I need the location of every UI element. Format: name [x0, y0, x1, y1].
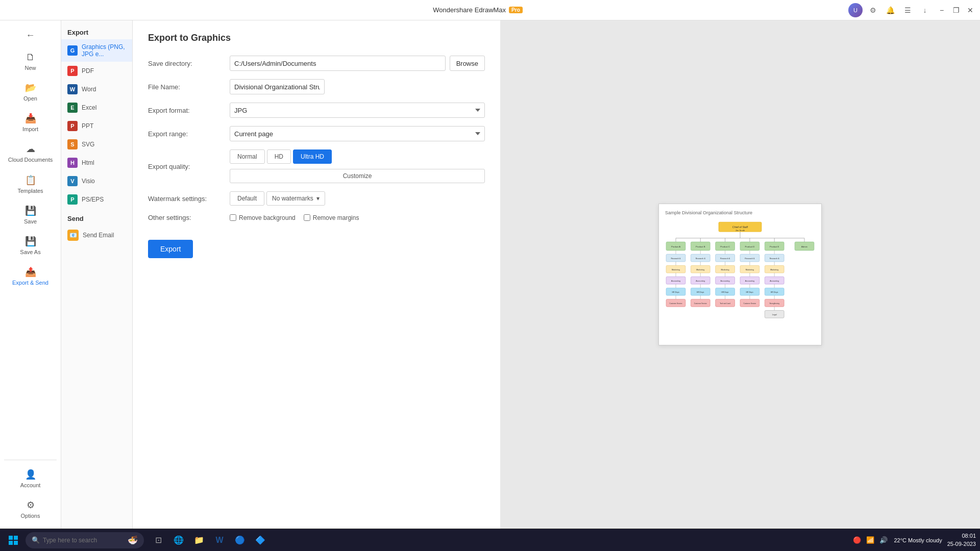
nav-item-cloud[interactable]: ☁ Cloud Documents — [3, 138, 58, 168]
sub-nav-html[interactable]: H Html — [61, 154, 132, 172]
nav-item-options[interactable]: ⚙ Options — [3, 494, 58, 524]
export-range-label: Export range: — [148, 130, 230, 138]
templates-icon: 📋 — [25, 174, 36, 186]
sub-nav-pseps[interactable]: P PS/EPS — [61, 190, 132, 209]
menu-icon[interactable]: ☰ — [900, 3, 915, 17]
taskbar-app-chrome[interactable]: 🔵 — [231, 531, 249, 549]
title-bar-right: U ⚙ 🔔 ☰ ↓ − ❐ ✕ — [848, 3, 975, 17]
pseps-label: PS/EPS — [82, 196, 104, 203]
taskbar: 🔍 🍜 ⊡ 🌐 📁 W 🔵 🔷 🔴 📶 🔊 22°C Mostly — [0, 529, 980, 551]
sub-nav-ppt[interactable]: P PPT — [61, 117, 132, 135]
ppt-label: PPT — [82, 122, 93, 130]
taskbar-app-word[interactable]: W — [210, 531, 229, 549]
restore-button[interactable]: ❐ — [951, 6, 961, 15]
excel-label: Excel — [82, 104, 96, 111]
nav-item-templates[interactable]: 📋 Templates — [3, 169, 58, 199]
quality-buttons-group: Normal HD Ultra HD — [230, 149, 485, 164]
save-directory-input[interactable] — [230, 56, 446, 71]
nav-label-templates: Templates — [17, 188, 43, 194]
remove-background-label: Remove background — [239, 214, 296, 221]
remove-margins-checkbox[interactable]: Remove margins — [304, 214, 359, 221]
weather-info: 22°C Mostly cloudy — [894, 537, 942, 543]
nav-item-save[interactable]: 💾 Save — [3, 200, 58, 230]
nav-label-options: Options — [21, 513, 40, 519]
back-icon: ← — [26, 30, 35, 41]
export-format-control: JPG PNG BMP GIF SVG — [230, 103, 485, 118]
nav-label-save: Save — [24, 218, 37, 224]
svg-rect-103 — [9, 541, 13, 545]
svg-text:Product C: Product C — [720, 245, 730, 248]
taskbar-app-edraw[interactable]: 🔷 — [251, 531, 270, 549]
svg-text:Chief of Staff: Chief of Staff — [732, 226, 748, 229]
export-quality-label: Export quality: — [148, 163, 230, 170]
remove-background-input[interactable] — [230, 214, 236, 221]
ppt-format-icon: P — [67, 121, 78, 131]
nav-item-open[interactable]: 📂 Open — [3, 77, 58, 107]
watermark-buttons-group: Default No watermarks ▾ — [230, 191, 485, 206]
visio-label: Visio — [82, 178, 95, 185]
excel-format-icon: E — [67, 103, 78, 113]
settings-icon[interactable]: ⚙ — [866, 3, 880, 17]
save-as-icon: 💾 — [25, 236, 36, 247]
export-send-icon: 📤 — [25, 266, 36, 278]
nav-item-import[interactable]: 📥 Import — [3, 108, 58, 137]
notification-area-icon[interactable]: 🔴 — [852, 535, 862, 545]
nav-label-new: New — [24, 65, 36, 71]
svg-text:Accounting: Accounting — [745, 280, 754, 282]
send-email-item[interactable]: 📧 Send Email — [61, 226, 132, 245]
export-button[interactable]: Export — [148, 240, 193, 258]
sub-nav: Export G Graphics (PNG, JPG e... P PDF W… — [61, 20, 133, 529]
watermark-none-dropdown[interactable]: No watermarks ▾ — [266, 191, 325, 206]
preview-box: Sample Divisional Organizational Structu… — [658, 204, 822, 345]
sub-nav-svg[interactable]: S SVG — [61, 135, 132, 154]
files-icon: 📁 — [194, 535, 204, 545]
watermark-default-button[interactable]: Default — [230, 191, 264, 206]
nav-item-save-as[interactable]: 💾 Save As — [3, 231, 58, 260]
close-button[interactable]: ✕ — [966, 6, 975, 15]
content-area: Export to Graphics Save directory: Brows… — [133, 20, 980, 529]
wifi-icon[interactable]: 📶 — [865, 535, 875, 545]
user-avatar[interactable]: U — [848, 3, 863, 17]
notification-icon[interactable]: 🔔 — [883, 3, 897, 17]
customize-button[interactable]: Customize — [230, 169, 485, 183]
nav-item-export-send[interactable]: 📤 Export & Send — [3, 261, 58, 291]
nav-label-open: Open — [23, 95, 37, 102]
taskbar-app-edge[interactable]: 🌐 — [169, 531, 188, 549]
quality-normal-button[interactable]: Normal — [230, 149, 265, 164]
remove-background-checkbox[interactable]: Remove background — [230, 214, 296, 221]
nav-item-new[interactable]: 🗋 New — [3, 47, 58, 76]
back-button[interactable]: ← — [3, 25, 58, 46]
sub-nav-visio[interactable]: V Visio — [61, 172, 132, 190]
file-name-input[interactable] — [230, 79, 325, 94]
export-range-select[interactable]: Current page All pages Selection — [230, 126, 485, 141]
sub-nav-pdf[interactable]: P PDF — [61, 62, 132, 80]
save-directory-input-group: Browse — [230, 56, 485, 71]
visio-format-icon: V — [67, 176, 78, 186]
sub-nav-word[interactable]: W Word — [61, 80, 132, 98]
nav-item-account[interactable]: 👤 Account — [3, 464, 58, 493]
speaker-icon[interactable]: 🔊 — [878, 535, 889, 545]
taskbar-clock: 08:01 25-09-2023 — [947, 532, 976, 548]
svg-text:Research &: Research & — [720, 258, 730, 260]
quality-hd-button[interactable]: HD — [267, 149, 291, 164]
sub-nav-excel[interactable]: E Excel — [61, 98, 132, 117]
download-icon[interactable]: ↓ — [918, 3, 932, 17]
browse-button[interactable]: Browse — [450, 56, 485, 71]
taskbar-search-input[interactable] — [43, 537, 125, 544]
avatar-icon[interactable]: U — [848, 3, 863, 17]
taskbar-app-files[interactable]: 📁 — [190, 531, 208, 549]
start-button[interactable] — [4, 531, 22, 549]
svg-text:Product E: Product E — [770, 245, 779, 248]
chrome-icon: 🔵 — [235, 535, 245, 545]
minimize-button[interactable]: − — [937, 6, 946, 15]
remove-margins-input[interactable] — [304, 214, 310, 221]
title-toolbar-icons: U ⚙ 🔔 ☰ ↓ — [848, 3, 932, 17]
quality-ultrahd-button[interactable]: Ultra HD — [293, 149, 332, 164]
import-icon: 📥 — [25, 113, 36, 124]
taskbar-right: 🔴 📶 🔊 22°C Mostly cloudy 08:01 25-09-202… — [852, 532, 976, 548]
taskbar-app-view[interactable]: ⊡ — [149, 531, 167, 549]
nav-label-account: Account — [20, 482, 41, 488]
sub-nav-graphics[interactable]: G Graphics (PNG, JPG e... — [61, 39, 132, 62]
export-format-select[interactable]: JPG PNG BMP GIF SVG — [230, 103, 485, 118]
taskbar-search-box[interactable]: 🔍 🍜 — [26, 532, 144, 548]
